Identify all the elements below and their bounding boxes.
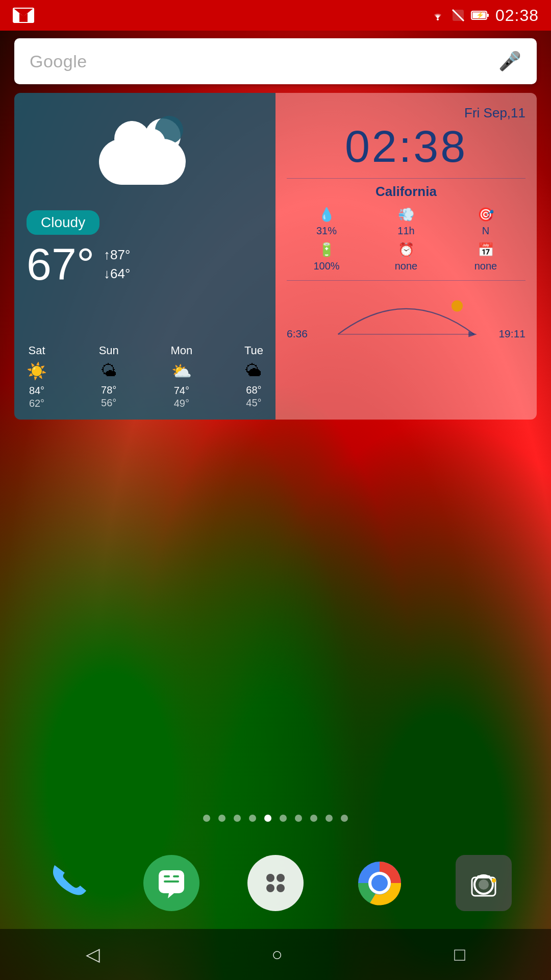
wind-cell: 💨 11h — [366, 207, 446, 237]
status-bar: ⚡ 02:38 — [0, 0, 551, 31]
svg-rect-12 — [173, 875, 179, 877]
cloud-shape — [99, 139, 186, 185]
search-bar[interactable]: Google 🎤 — [14, 38, 537, 84]
sun-arc-svg — [287, 289, 525, 340]
dot-5 — [264, 815, 271, 822]
alarm-value: none — [395, 260, 418, 272]
sun-arc-area: 6:36 19:11 — [287, 284, 525, 340]
forecast-sat: Sat ☀️ 84° 62° — [27, 344, 47, 409]
svg-point-17 — [277, 884, 285, 892]
svg-point-22 — [479, 879, 489, 890]
temp-high: ↑87° — [104, 247, 130, 263]
wind-icon: 💨 — [398, 207, 414, 223]
hangouts-svg — [154, 865, 189, 901]
status-right: ⚡ 02:38 — [430, 6, 539, 25]
dot-2 — [218, 815, 226, 822]
dot-4 — [249, 815, 256, 822]
calendar-value: none — [474, 260, 497, 272]
forecast-tue-high: 68° — [246, 384, 261, 396]
dot-3 — [234, 815, 241, 822]
battery-cell: 🔋 100% — [287, 242, 366, 272]
clock-panel: Fri Sep,11 02:38 California 💧 31% 💨 11h … — [276, 93, 537, 420]
weather-condition: Cloudy — [27, 210, 99, 235]
search-placeholder: Google — [30, 52, 87, 71]
forecast-sun-high: 78° — [101, 384, 116, 396]
humidity-cell: 💧 31% — [287, 207, 366, 237]
camera-svg — [466, 865, 502, 901]
forecast-sun-label: Sun — [99, 344, 119, 357]
battery-status-icon: 🔋 — [318, 242, 335, 258]
calendar-icon: 📅 — [478, 242, 494, 258]
clock-time: 02:38 — [287, 124, 525, 169]
battery-icon: ⚡ — [471, 10, 489, 21]
svg-point-8 — [452, 300, 463, 311]
forecast-sat-icon: ☀️ — [27, 361, 47, 381]
nav-bar: ◁ ○ □ — [0, 929, 551, 980]
forecast-sun: Sun 🌤 78° 56° — [99, 344, 119, 409]
clock-date: Fri Sep,11 — [287, 105, 525, 121]
forecast-mon-temps: 74° 49° — [174, 385, 189, 409]
camera-icon[interactable] — [456, 855, 512, 911]
humidity-icon: 💧 — [318, 207, 335, 223]
dot-9 — [325, 815, 333, 822]
direction-cell: 🎯 N — [446, 207, 525, 237]
svg-rect-11 — [164, 875, 170, 877]
search-bar-wrapper[interactable]: Google 🎤 — [14, 38, 537, 84]
widget-container: Cloudy 67° ↑87° ↓64° Sat ☀️ 84° 62° Sun … — [14, 93, 537, 420]
svg-point-15 — [277, 874, 285, 882]
phone-icon[interactable] — [39, 855, 95, 911]
recents-button[interactable]: □ — [454, 944, 465, 965]
mic-icon[interactable]: 🎤 — [498, 51, 521, 72]
svg-point-25 — [492, 878, 496, 883]
sim-off-icon — [452, 9, 465, 22]
direction-icon: 🎯 — [478, 207, 494, 223]
back-button[interactable]: ◁ — [86, 944, 100, 965]
temp-range: ↑87° ↓64° — [104, 247, 130, 282]
weather-panel: Cloudy 67° ↑87° ↓64° Sat ☀️ 84° 62° Sun … — [14, 93, 276, 420]
launcher-svg — [258, 865, 293, 901]
forecast-sat-high: 84° — [29, 385, 44, 397]
clock-divider — [287, 178, 525, 179]
forecast-mon-high: 74° — [174, 385, 189, 397]
status-left — [12, 6, 35, 24]
sunrise-time: 6:36 — [287, 328, 308, 340]
svg-point-1 — [437, 18, 439, 20]
direction-value: N — [482, 225, 489, 237]
forecast-tue-low: 45° — [246, 397, 261, 409]
forecast-sat-label: Sat — [28, 344, 45, 357]
gmail-icon — [12, 6, 35, 24]
forecast-sun-icon: 🌤 — [101, 361, 117, 380]
location-label: California — [287, 184, 525, 200]
status-time: 02:38 — [495, 6, 539, 25]
page-dots — [0, 815, 551, 822]
svg-point-16 — [266, 884, 274, 892]
forecast-mon-label: Mon — [170, 344, 192, 357]
weather-icon-area — [27, 103, 263, 205]
forecast-tue: Tue 🌥 68° 45° — [244, 344, 263, 409]
svg-text:⚡: ⚡ — [476, 11, 485, 19]
svg-rect-13 — [164, 880, 179, 883]
home-button[interactable]: ○ — [271, 944, 283, 965]
phone-svg — [44, 860, 90, 906]
chrome-icon[interactable] — [352, 855, 408, 911]
forecast-sun-temps: 78° 56° — [101, 384, 116, 409]
forecast-tue-temps: 68° 45° — [246, 384, 261, 409]
dot-1 — [203, 815, 210, 822]
dot-6 — [280, 815, 287, 822]
dock — [0, 837, 551, 929]
temp-low: ↓64° — [104, 266, 130, 282]
hangouts-icon[interactable] — [143, 855, 199, 911]
forecast-tue-label: Tue — [244, 344, 263, 357]
humidity-value: 31% — [316, 225, 337, 237]
launcher-icon[interactable] — [247, 855, 304, 911]
sun-divider — [287, 280, 525, 281]
calendar-cell: 📅 none — [446, 242, 525, 272]
forecast-mon-low: 49° — [174, 398, 189, 409]
current-temp: 67° — [27, 242, 94, 287]
wind-value: 11h — [397, 225, 414, 237]
battery-value: 100% — [313, 260, 339, 272]
forecast-sat-low: 62° — [29, 398, 44, 409]
forecast-mon-icon: ⛅ — [171, 361, 192, 381]
svg-point-14 — [266, 874, 274, 882]
forecast-mon: Mon ⛅ 74° 49° — [170, 344, 192, 409]
